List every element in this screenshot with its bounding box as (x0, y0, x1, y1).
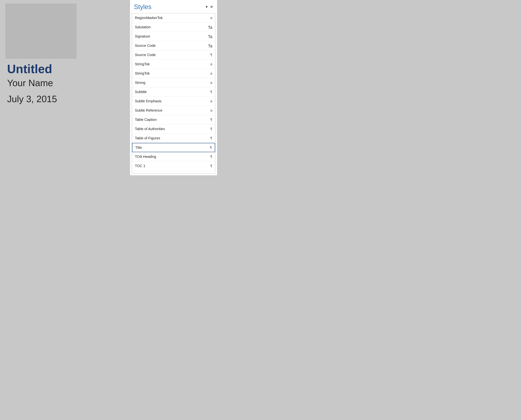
style-item-type-icon: a (210, 16, 212, 20)
panel-dropdown-icon[interactable]: ▼ (205, 5, 208, 9)
style-list-item[interactable]: Source Code¶a (132, 41, 215, 50)
style-list-item[interactable]: StringToka (132, 60, 215, 69)
style-item-name: Salutation (135, 25, 151, 29)
style-item-type-icon: ¶ (210, 155, 212, 159)
style-item-type-icon: ¶a (208, 34, 212, 38)
style-item-type-icon: ¶ (210, 146, 212, 150)
style-item-type-icon: ¶ (210, 53, 212, 57)
style-item-type-icon: ¶ (210, 118, 212, 122)
style-item-name: RegionMarkerTok (135, 16, 163, 20)
styles-panel-controls: ▼ ✕ (205, 5, 213, 9)
style-list-item[interactable]: Subtitle¶ (132, 87, 215, 97)
style-item-name: TOC 1 (135, 164, 145, 168)
style-item-name: Strong (135, 81, 145, 85)
style-item-name: Table of Figures (135, 136, 160, 140)
style-item-name: Subtle Emphasis (135, 99, 162, 103)
style-item-name: StringTok (135, 62, 150, 66)
style-item-name: Source Code (135, 53, 156, 57)
document-author: Your Name (7, 78, 53, 88)
document-date: July 3, 2015 (7, 94, 57, 104)
style-item-type-icon: ¶ (210, 164, 212, 168)
style-item-name: TOA Heading (135, 155, 156, 159)
style-list-item[interactable]: Table Caption¶ (132, 115, 215, 124)
style-list-item[interactable]: Signature¶a (132, 32, 215, 41)
style-item-name: Subtle Reference (135, 108, 163, 112)
style-list-item[interactable]: Subtle Referencea (132, 106, 215, 115)
document-area: Untitled Your Name July 3, 2015 (0, 0, 103, 175)
style-item-type-icon: a (210, 99, 212, 103)
style-item-name: StringTok (135, 71, 150, 75)
style-item-name: Table of Authorities (135, 127, 165, 131)
document-cover-image (5, 4, 76, 59)
style-item-type-icon: a (210, 71, 212, 75)
styles-panel: Styles ▼ ✕ RegionMarkerTokaSalutation¶aS… (130, 0, 217, 175)
style-list-item[interactable]: TOC 1¶ (132, 161, 215, 171)
document-title: Untitled (7, 62, 52, 76)
style-item-name: Subtitle (135, 90, 147, 94)
style-list-item[interactable]: Subtle Emphasisa (132, 97, 215, 106)
style-item-type-icon: a (210, 81, 212, 85)
style-item-name: Table Caption (135, 118, 156, 122)
styles-panel-title: Styles (134, 3, 151, 11)
style-item-type-icon: ¶ (210, 90, 212, 94)
style-list-item[interactable]: TOA Heading¶ (132, 152, 215, 161)
style-item-type-icon: ¶a (208, 44, 212, 48)
style-item-type-icon: ¶a (208, 25, 212, 29)
styles-list: RegionMarkerTokaSalutation¶aSignature¶aS… (132, 13, 215, 173)
style-item-type-icon: a (210, 62, 212, 66)
style-item-type-icon: ¶ (210, 127, 212, 131)
style-list-item[interactable]: StringToka (132, 69, 215, 78)
style-list-item[interactable]: Title¶ (132, 143, 215, 152)
style-list-item[interactable]: Source Code¶ (132, 50, 215, 60)
style-item-name: Title (135, 146, 142, 150)
style-list-item[interactable]: Stronga (132, 78, 215, 87)
style-list-item[interactable]: RegionMarkerToka (132, 13, 215, 22)
style-list-item[interactable]: Table of Figures¶ (132, 134, 215, 143)
style-list-item[interactable]: Table of Authorities¶ (132, 124, 215, 134)
style-item-name: Signature (135, 34, 150, 38)
style-item-name: Source Code (135, 44, 156, 48)
style-list-item[interactable]: Salutation¶a (132, 22, 215, 32)
panel-close-button[interactable]: ✕ (210, 5, 213, 9)
style-item-type-icon: ¶ (210, 136, 212, 140)
styles-panel-header: Styles ▼ ✕ (130, 0, 217, 13)
style-item-type-icon: a (210, 108, 212, 112)
